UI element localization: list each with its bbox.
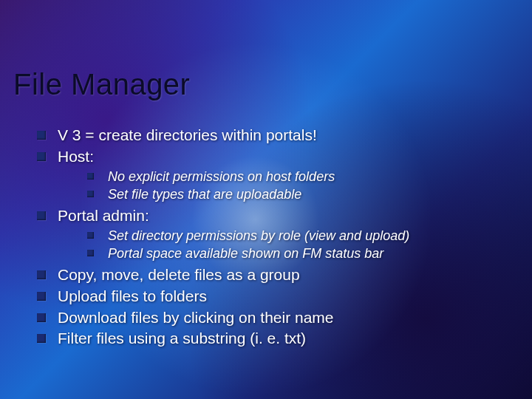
bullet-text: Portal admin:: [58, 207, 149, 224]
bullet-item: Copy, move, delete files as a group: [35, 265, 502, 285]
sub-bullet-item: No explicit permissions on host folders: [86, 168, 502, 185]
sub-bullet-item: Set directory permissions by role (view …: [86, 228, 502, 245]
bullet-list: V 3 = create directories within portals!…: [35, 126, 502, 349]
slide: File Manager V 3 = create directories wi…: [0, 0, 532, 399]
sub-list: No explicit permissions on host folders …: [58, 168, 502, 203]
bullet-item: Download files by clicking on their name: [35, 308, 502, 328]
slide-title: File Manager: [13, 68, 190, 101]
bullet-item: Upload files to folders: [35, 287, 502, 307]
bullet-item: Host: No explicit permissions on host fo…: [35, 147, 502, 203]
bullet-text: Host:: [58, 148, 94, 165]
sub-bullet-item: Set file types that are uploadable: [86, 186, 502, 203]
bullet-item: Filter files using a substring (i. e. tx…: [35, 329, 502, 349]
bullet-item: V 3 = create directories within portals!: [35, 126, 502, 146]
slide-body: V 3 = create directories within portals!…: [35, 126, 502, 350]
sub-list: Set directory permissions by role (view …: [58, 228, 502, 262]
bullet-item: Portal admin: Set directory permissions …: [35, 206, 502, 262]
sub-bullet-item: Portal space available shown on FM statu…: [86, 245, 502, 262]
